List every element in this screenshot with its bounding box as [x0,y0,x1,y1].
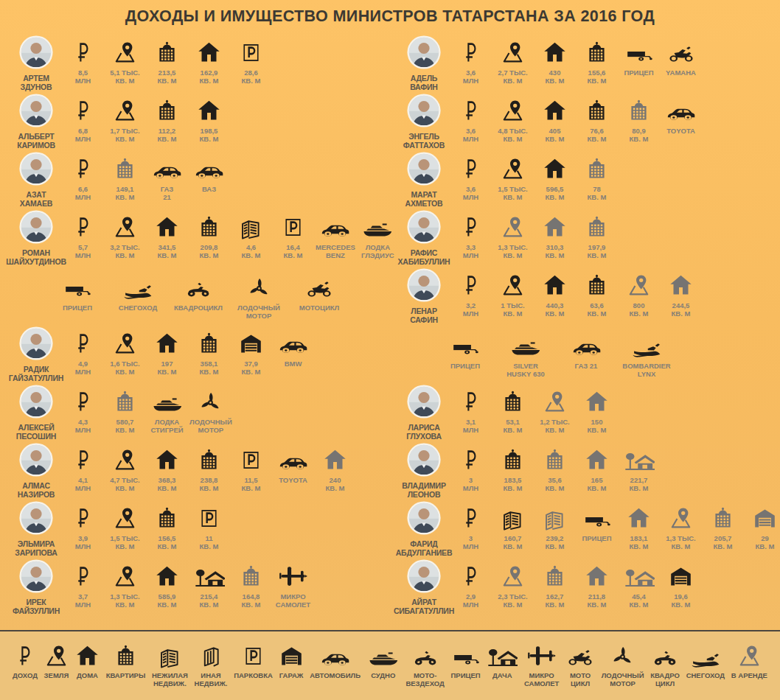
houses-icon [543,153,567,181]
asset-item: 1,3 ТЫС. КВ. М [492,211,534,260]
minister-identity: ФАРИД АБДУЛГАНИЕВ [398,501,450,558]
asset-item: ПРИЦЕП [576,503,618,542]
asset-item: 198,5 КВ. М [188,95,230,144]
legend-item: СУДНО [366,640,400,679]
nonresidential-icon [543,503,567,531]
apartments-icon [585,211,609,239]
legend-label: КВАДРО ЦИКЛ [650,671,680,688]
asset-value: 4,6 КВ. М [242,243,261,260]
asset-item: 580,7 КВ. М [104,386,146,435]
asset-item: ПРИЦЕП [47,272,108,312]
plane-icon [527,640,557,668]
asset-value: 244,5 КВ. М [672,301,691,318]
asset-value: СНЕГОХОД [119,304,157,312]
dacha-icon [194,561,225,589]
asset-value: YAMAHA [666,69,696,77]
asset-value: 11,5 КВ. М [242,476,261,493]
asset-row: 6,6 МЛН149,1 КВ. МГАЗ 21ВАЗ [62,153,230,202]
asset-value: 8,5 МЛН [75,69,91,85]
asset-value: 198,5 КВ. М [200,127,219,144]
income-icon [462,95,480,123]
car-icon [278,444,308,472]
asset-value: 440,3 КВ. М [546,301,565,318]
asset-row: 3 МЛН160,7 КВ. М239,2 КВ. МПРИЦЕП183,1 К… [450,503,780,551]
asset-value: 238,8 КВ. М [200,476,219,493]
page-title: ДОХОДЫ И ИМУЩЕСТВО МИНИСТРОВ ТАТАРСТАНА … [0,7,780,26]
asset-item: 160,7 КВ. М [492,503,534,551]
income-icon [462,503,480,531]
asset-value: 112,2 КВ. М [158,127,177,144]
income-icon [74,503,92,531]
asset-item: 596,5 КВ. М [534,153,576,202]
apartments-icon [155,95,179,123]
asset-value: 211,8 КВ. М [588,592,607,609]
asset-item: 3,1 МЛН [450,386,492,435]
income-icon [15,640,34,668]
asset-item: 1,6 ТЫС. КВ. М [104,328,146,377]
asset-item: 76,6 КВ. М [576,95,618,144]
legend-label: СУДНО [371,671,395,679]
minister-entry: РАДИК ГАЙЗАТУЛЛИН4,9 МЛН1,6 ТЫС. КВ. М19… [10,326,391,385]
asset-item: 29 КВ. М [744,503,780,551]
asset-item: 3,6 МЛН [450,153,492,202]
income-icon [74,211,92,239]
houses-icon [585,386,609,414]
snowmobile-icon [122,272,153,300]
avatar [19,326,53,360]
minister-identity: ЭНГЕЛЬ ФАТТАХОВ [398,94,450,150]
minister-entry: ЭЛЬМИРА ЗАРИПОВА3,9 МЛН1,5 ТЫС. КВ. М156… [10,501,391,559]
asset-value: 162,9 КВ. М [200,69,219,85]
garage-icon [753,503,777,531]
asset-item: 3,6 МЛН [450,37,492,85]
asset-item: 358,1 КВ. М [188,328,230,377]
asset-item: 6,6 МЛН [62,153,104,202]
asset-value: 1,3 ТЫС. КВ. М [498,243,527,260]
houses-icon [155,561,179,589]
motorcycle-icon [666,37,696,65]
asset-value: 240 КВ. М [326,476,345,493]
asset-item: 215,4 КВ. М [188,561,230,609]
legend-label: ПАРКОВКА [234,671,273,679]
asset-item: 11 КВ. М [188,503,230,551]
asset-value: 239,2 КВ. М [546,534,565,551]
boat-icon [367,640,400,668]
minister-identity: МАРАТ АХМЕТОВ [398,152,450,209]
apartments-icon [585,270,609,298]
minister-identity: АДЕЛЬ ВАФИН [398,35,450,92]
legend-label: МОТО- ВЕЗДЕХОД [405,671,444,688]
asset-item: 800 КВ. М [618,270,660,318]
apartments-icon [501,386,525,414]
legend-item: ИНАЯ НЕДВИЖ. [194,640,229,688]
asset-value: 3,6 МЛН [463,127,478,144]
minister-entry: РОМАН ШАЙХУТДИНОВ5,7 МЛН3,2 ТЫС. КВ. М34… [10,210,391,326]
minister-identity: АРТЕМ ЗДУНОВ [10,35,62,92]
asset-value: 4,8 ТЫС. КВ. М [498,127,527,144]
asset-value: 6,8 МЛН [75,127,91,144]
asset-item: 221,7 КВ. М [618,444,660,493]
asset-item: 4,6 КВ. М [230,211,272,260]
income-icon [462,444,480,472]
avatar [19,94,53,127]
asset-value: MERCEDES BENZ [316,243,355,260]
minister-identity: АЛЕКСЕЙ ПЕСОШИН [10,385,62,441]
asset-value: ПРИЦЕП [63,304,92,312]
avatar [407,268,441,302]
asset-value: 3,6 МЛН [463,69,478,85]
asset-value: 197,9 КВ. М [588,243,607,260]
asset-value: 165 КВ. М [588,476,607,493]
legend-item: МИКРО САМОЛЕТ [523,640,560,688]
apartments-icon [113,153,137,181]
income-icon [462,561,480,589]
boat-icon [509,330,542,358]
asset-value: 405 КВ. М [546,127,565,144]
asset-item: 240 КВ. М [314,444,356,493]
minister-entry: АДЕЛЬ ВАФИН3,6 МЛН2,7 ТЫС. КВ. М430 КВ. … [398,35,779,94]
asset-value: 358,1 КВ. М [200,360,219,377]
asset-value: ГАЗ 21 [575,362,598,370]
avatar [407,385,441,419]
asset-item: 341,5 КВ. М [146,211,188,260]
minister-identity: РАФИС ХАБИБУЛЛИН [398,210,450,267]
asset-item: 3,6 МЛН [450,95,492,144]
legend-label: МИКРО САМОЛЕТ [524,671,559,688]
legend-label: ДОМА [77,671,98,679]
